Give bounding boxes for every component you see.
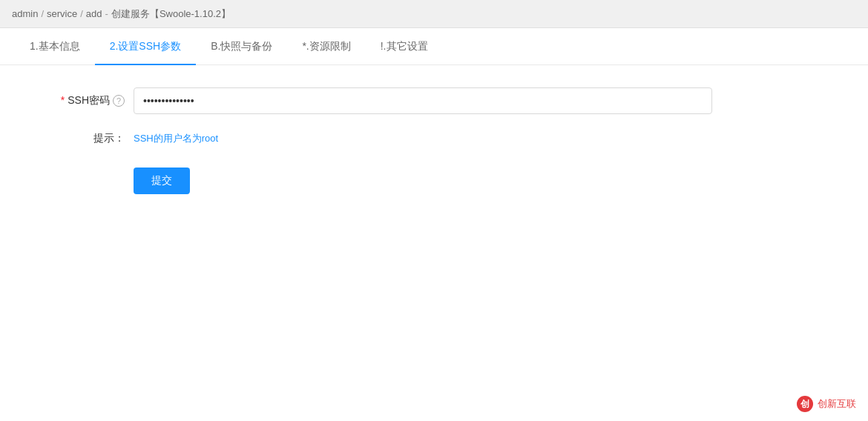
ssh-password-input[interactable]	[134, 87, 712, 114]
ssh-password-label: *SSH密码?	[15, 94, 134, 107]
breadcrumb-sep-3: -	[105, 8, 108, 19]
ssh-password-row: *SSH密码?	[0, 87, 868, 114]
required-star: *	[61, 94, 65, 106]
logo-text: 创新互联	[818, 397, 856, 411]
hint-row: 提示： SSH的用户名为root	[0, 132, 868, 145]
logo-icon: 创	[797, 396, 813, 412]
breadcrumb-service[interactable]: service	[47, 8, 77, 19]
breadcrumb: admin / service / add - 创建服务【Swoole-1.10…	[0, 0, 868, 28]
breadcrumb-add[interactable]: add	[86, 8, 102, 19]
form-area: *SSH密码? 提示： SSH的用户名为root 提交	[0, 65, 868, 216]
tab-resource[interactable]: *.资源限制	[287, 28, 365, 65]
breadcrumb-sep-2: /	[80, 8, 83, 19]
hint-label: 提示：	[15, 132, 134, 145]
tab-other[interactable]: !.其它设置	[366, 28, 443, 65]
tab-ssh[interactable]: 2.设置SSH参数	[95, 28, 196, 65]
hint-text: SSH的用户名为root	[134, 132, 712, 145]
help-icon[interactable]: ?	[113, 95, 125, 107]
tabs-bar: 1.基本信息 2.设置SSH参数 B.快照与备份 *.资源限制 !.其它设置	[0, 28, 868, 65]
main-content: 1.基本信息 2.设置SSH参数 B.快照与备份 *.资源限制 !.其它设置 *…	[0, 28, 868, 421]
tab-snapshot[interactable]: B.快照与备份	[196, 28, 287, 65]
breadcrumb-sep-1: /	[41, 8, 44, 19]
footer-logo: 创 创新互联	[797, 396, 856, 412]
tab-basic[interactable]: 1.基本信息	[15, 28, 95, 65]
breadcrumb-admin[interactable]: admin	[12, 8, 38, 19]
breadcrumb-title: 创建服务【Swoole-1.10.2】	[111, 7, 231, 21]
submit-button[interactable]: 提交	[134, 168, 190, 194]
submit-row: 提交	[0, 168, 868, 194]
